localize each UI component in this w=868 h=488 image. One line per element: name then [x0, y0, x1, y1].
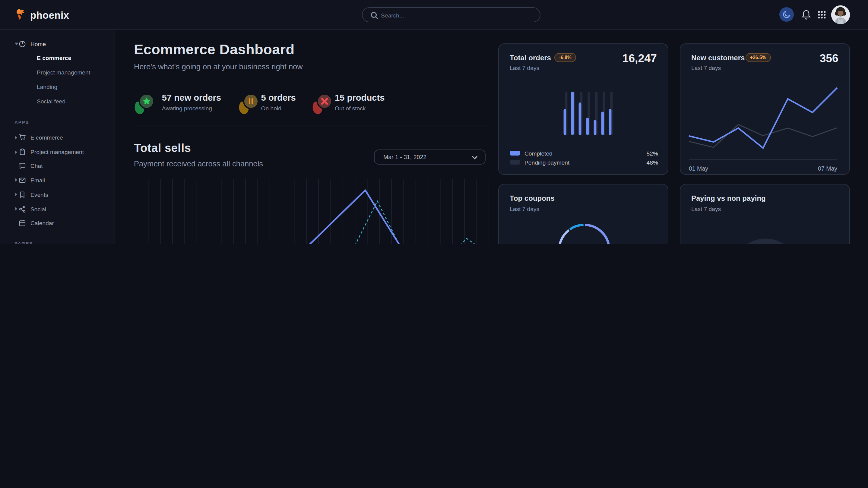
svg-text:07 May: 07 May [818, 165, 837, 171]
svg-text:01 May: 01 May [689, 165, 708, 171]
